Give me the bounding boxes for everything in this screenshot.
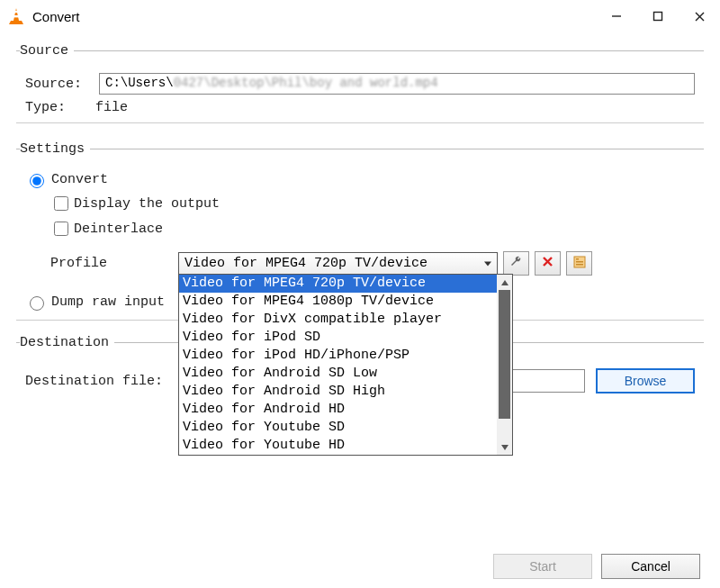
convert-radio[interactable] (30, 174, 44, 188)
svg-rect-2 (14, 15, 19, 17)
profile-option[interactable]: Video for MPEG4 720p TV/device (179, 275, 512, 293)
dropdown-scrollbar[interactable] (497, 275, 512, 455)
profile-selected-value[interactable]: Video for MPEG4 720p TV/device (178, 252, 498, 275)
deinterlace-label: Deinterlace (74, 222, 163, 237)
dialog-footer: Start Cancel (493, 554, 700, 579)
delete-x-icon (542, 256, 554, 271)
svg-marker-8 (501, 280, 508, 285)
edit-profile-button[interactable] (503, 251, 529, 276)
vlc-cone-icon (7, 7, 25, 25)
display-output-checkbox[interactable] (54, 196, 68, 211)
source-group: Source Source: C:\Users\0427\Desktop\Phi… (16, 43, 704, 131)
titlebar: Convert (0, 0, 720, 32)
svg-marker-0 (14, 8, 19, 21)
profile-combobox[interactable]: Video for MPEG4 720p TV/device Video for… (178, 252, 498, 275)
dump-raw-label: Dump raw input (51, 294, 165, 310)
svg-rect-5 (654, 13, 662, 21)
source-legend: Source (20, 43, 74, 59)
profile-option[interactable]: Video for Android SD High (179, 383, 512, 401)
window-title: Convert (32, 9, 80, 24)
new-profile-button[interactable] (566, 251, 592, 276)
deinterlace-checkbox[interactable] (54, 222, 68, 236)
type-value: file (95, 100, 128, 115)
scroll-down-arrow-icon[interactable] (497, 439, 512, 455)
browse-button[interactable]: Browse (596, 368, 695, 394)
display-output-label: Display the output (74, 196, 220, 212)
source-label: Source: (25, 77, 95, 92)
profile-dropdown-list: Video for MPEG4 720p TV/deviceVideo for … (178, 274, 513, 456)
profile-option[interactable]: Video for Youtube HD (179, 437, 512, 455)
dump-raw-radio[interactable] (30, 296, 44, 311)
svg-rect-13 (576, 258, 579, 260)
delete-profile-button[interactable] (535, 251, 561, 276)
svg-marker-9 (501, 445, 508, 450)
profile-option[interactable]: Video for Android SD Low (179, 365, 512, 383)
source-path-visible: C:\Users\ (105, 76, 174, 90)
profile-option[interactable]: Video for Android HD (179, 401, 512, 419)
type-label: Type: (25, 100, 95, 115)
scroll-thumb[interactable] (499, 290, 510, 419)
settings-legend: Settings (20, 141, 90, 157)
start-button[interactable]: Start (493, 554, 592, 579)
minimize-button[interactable] (596, 2, 637, 31)
destination-label: Destination file: (25, 374, 163, 389)
svg-rect-1 (14, 11, 19, 13)
close-button[interactable] (679, 2, 720, 31)
cancel-button[interactable]: Cancel (601, 554, 700, 579)
profile-option[interactable]: Video for MPEG4 1080p TV/device (179, 293, 512, 311)
wrench-icon (509, 255, 523, 272)
maximize-button[interactable] (637, 2, 679, 31)
profile-option[interactable]: Video for iPod HD/iPhone/PSP (179, 347, 512, 365)
profile-option[interactable]: Video for Youtube SD (179, 419, 512, 437)
profile-option[interactable]: Video for DivX compatible player (179, 311, 512, 329)
profile-label: Profile (25, 256, 178, 271)
svg-marker-3 (9, 21, 23, 24)
source-input[interactable]: C:\Users\0427\Desktop\Phil\boy and world… (99, 73, 695, 95)
scroll-up-arrow-icon[interactable] (497, 275, 512, 290)
convert-label: Convert (51, 172, 108, 187)
destination-legend: Destination (20, 335, 114, 350)
source-path-redacted: 0427\Desktop\Phil\boy and world.mp4 (174, 76, 438, 90)
svg-rect-15 (576, 264, 583, 266)
profile-option[interactable]: Video for iPod SD (179, 329, 512, 347)
svg-rect-14 (576, 261, 583, 263)
settings-group: Settings Convert Display the output Dein… (16, 141, 704, 328)
new-profile-icon (573, 256, 586, 272)
